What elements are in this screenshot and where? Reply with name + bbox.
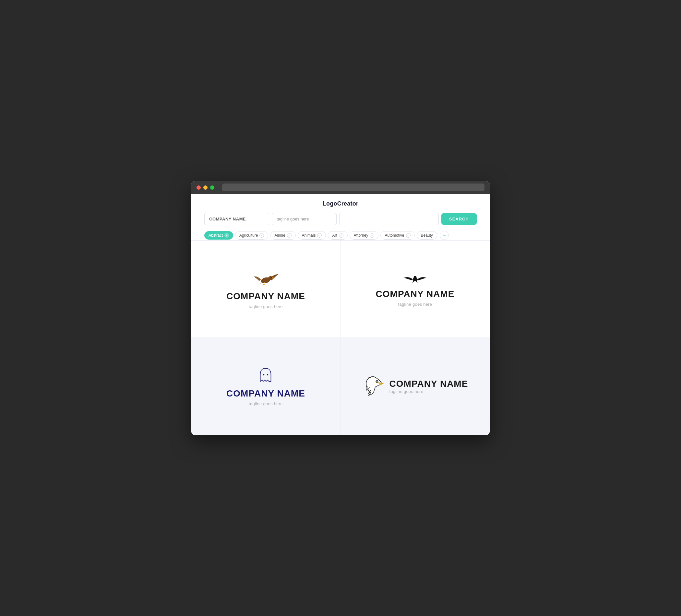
minimize-button[interactable] [203, 185, 207, 190]
logo-card-4[interactable]: COMPANY NAME tagline goes here [340, 338, 490, 435]
category-chip-abstract[interactable]: Abstract ✓ [204, 231, 233, 239]
logo-card-1[interactable]: COMPANY NAME tagline goes here [191, 240, 340, 338]
company-name-input[interactable] [204, 213, 269, 225]
logo4-text-group: COMPANY NAME tagline goes here [389, 379, 468, 394]
category-label: Attorney [354, 233, 369, 238]
app-header: LogoCreator SEARCH Abstract ✓ Agricultur… [191, 194, 490, 240]
category-chip-airline[interactable]: Airline ✓ [270, 231, 296, 239]
categories-row: Abstract ✓ Agriculture ✓ Airline ✓ Anima… [204, 231, 477, 240]
browser-window: LogoCreator SEARCH Abstract ✓ Agricultur… [191, 181, 490, 435]
check-icon-airline: ✓ [287, 233, 292, 238]
category-chip-animals[interactable]: Animals ✓ [298, 231, 326, 239]
logo-inner-3: COMPANY NAME tagline goes here [226, 366, 305, 406]
check-icon-animals: ✓ [317, 233, 322, 238]
category-chip-attorney[interactable]: Attorney ✓ [350, 231, 379, 239]
check-icon-automotive: ✓ [406, 233, 410, 238]
category-chip-automotive[interactable]: Automotive ✓ [380, 231, 414, 239]
app-title: LogoCreator [204, 200, 477, 213]
logo4-tagline: tagline goes here [389, 389, 468, 394]
check-icon-art: ✓ [339, 233, 344, 238]
keywords-input[interactable] [339, 213, 439, 225]
svg-point-8 [376, 381, 377, 382]
logo1-tagline: tagline goes here [249, 304, 283, 309]
logos-grid: COMPANY NAME tagline goes here [191, 240, 490, 435]
category-label: Beauty [421, 233, 433, 238]
logo1-company-name: COMPANY NAME [226, 291, 305, 302]
category-label: Airline [274, 233, 285, 238]
search-button[interactable]: SEARCH [442, 213, 477, 225]
check-icon-agriculture: ✓ [259, 233, 264, 238]
category-label: Art [332, 233, 337, 238]
svg-point-6 [267, 374, 269, 376]
check-icon-abstract: ✓ [224, 233, 229, 238]
eagle-head-icon [362, 375, 385, 398]
logo-card-3[interactable]: COMPANY NAME tagline goes here [191, 338, 340, 435]
eagle-flying-icon [253, 269, 279, 288]
logo-inner-2: COMPANY NAME tagline goes here [376, 272, 455, 307]
check-icon-attorney: ✓ [370, 233, 374, 238]
svg-point-2 [271, 277, 272, 278]
logo3-tagline: tagline goes here [249, 401, 283, 406]
category-chip-art[interactable]: Art ✓ [328, 231, 347, 239]
tagline-input[interactable] [272, 213, 336, 225]
address-bar[interactable] [222, 183, 484, 191]
search-row: SEARCH [204, 213, 477, 225]
logo4-company-name: COMPANY NAME [389, 379, 468, 389]
logo-card-2[interactable]: COMPANY NAME tagline goes here [340, 240, 490, 338]
app-container: LogoCreator SEARCH Abstract ✓ Agricultur… [191, 194, 490, 435]
browser-titlebar [191, 181, 490, 194]
logo2-company-name: COMPANY NAME [376, 289, 455, 299]
category-chip-beauty[interactable]: Beauty [417, 231, 437, 239]
category-chip-agriculture[interactable]: Agriculture ✓ [235, 231, 268, 239]
logo-inner-1: COMPANY NAME tagline goes here [226, 269, 305, 309]
ghost-icon [257, 366, 274, 386]
maximize-button[interactable] [210, 185, 215, 190]
logo-inner-4: COMPANY NAME tagline goes here [362, 375, 468, 398]
eagle-soaring-icon [402, 272, 428, 286]
logo2-tagline: tagline goes here [398, 302, 432, 307]
close-button[interactable] [197, 185, 201, 190]
svg-point-5 [263, 374, 264, 376]
category-label: Agriculture [239, 233, 258, 238]
category-label: Animals [302, 233, 316, 238]
category-label: Automotive [385, 233, 404, 238]
scroll-right-button[interactable]: → [440, 231, 449, 240]
logo3-company-name: COMPANY NAME [226, 388, 305, 399]
category-label: Abstract [208, 233, 223, 238]
